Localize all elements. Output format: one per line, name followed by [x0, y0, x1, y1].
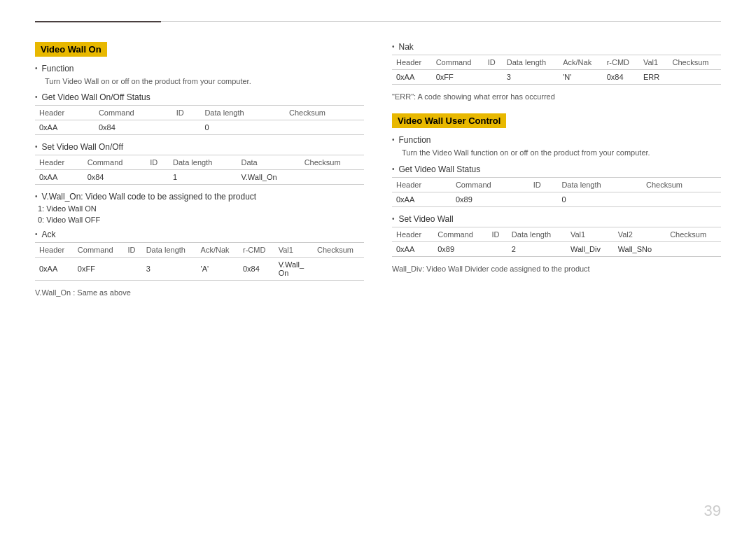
set-table: Header Command ID Data length Data Check…: [35, 155, 364, 185]
th-id: ID: [172, 106, 201, 120]
function-bullet: • Function: [35, 64, 364, 73]
table-row: 0xAA 0x89 2 Wall_Div Wall_SNo: [392, 241, 721, 256]
td-checksum: [666, 241, 721, 256]
td-data-length: 0: [557, 192, 642, 206]
td-id: [146, 170, 169, 185]
td-ack-nak: 'N': [559, 70, 602, 85]
r-function-label: Function: [399, 135, 431, 145]
td-command: 0xFF: [74, 258, 124, 281]
note2: 0: Video Wall OFF: [38, 216, 364, 224]
r-set-bullet: • Set Video Wall: [392, 214, 721, 224]
td-data-length: 3: [503, 70, 559, 85]
function-desc: Turn Video Wall on or off on the product…: [45, 76, 364, 87]
get-status-bullet: • Get Video Wall On/Off Status: [35, 92, 364, 102]
td-val1: Wall_Div: [566, 241, 614, 256]
th-data-length: Data length: [557, 177, 642, 192]
td-r-cmd: 0x84: [239, 258, 274, 281]
note1: 1: Video Wall ON: [38, 204, 364, 213]
th-id: ID: [146, 155, 169, 170]
th-header: Header: [35, 243, 74, 258]
th-val1: Val1: [274, 243, 313, 258]
table-row: 0xAA 0xFF 3 'N' 0x84 ERR: [392, 70, 721, 85]
th-id: ID: [484, 55, 503, 70]
th-ack-nak: Ack/Nak: [197, 243, 239, 258]
th-id: ID: [488, 227, 507, 241]
r-set-label: Set Video Wall: [399, 214, 454, 224]
bullet-dot-r2: •: [392, 136, 395, 143]
vwall-note-bullet: • V.Wall_On: Video Wall code to be assig…: [35, 192, 364, 202]
td-val1: ERR: [639, 70, 668, 85]
nak-bullet: • Nak: [392, 42, 721, 52]
th-id: ID: [529, 177, 558, 192]
th-header: Header: [392, 227, 433, 241]
td-ack-nak: 'A': [197, 258, 239, 281]
th-data-length: Data length: [169, 155, 237, 170]
th-id: ID: [123, 243, 141, 258]
td-header: 0xAA: [392, 241, 433, 256]
th-command: Command: [74, 243, 124, 258]
ack-table: Header Command ID Data length Ack/Nak r-…: [35, 242, 364, 281]
td-command: 0xFF: [432, 70, 484, 85]
wall-div-note: Wall_Div: Video Wall Divider code assign…: [392, 264, 721, 274]
table-row: 0xAA 0x84 0: [35, 120, 364, 135]
bullet-dot-3: •: [35, 143, 38, 150]
table-row: 0xAA 0x89 0: [392, 192, 721, 206]
th-val2: Val2: [614, 227, 666, 241]
td-checksum: [300, 170, 364, 185]
td-id: [529, 192, 558, 206]
table-row: 0xAA 0xFF 3 'A' 0x84 V.Wall_On: [35, 258, 364, 281]
bullet-dot-r1: •: [392, 43, 395, 50]
r-function-bullet: • Function: [392, 135, 721, 145]
ack-label: Ack: [42, 230, 56, 239]
td-command: 0x89: [433, 241, 487, 256]
th-command: Command: [433, 227, 487, 241]
th-header: Header: [35, 155, 83, 170]
nak-label: Nak: [399, 42, 414, 52]
td-command: 0x84: [83, 170, 146, 185]
vwall-note: V.Wall_On: Video Wall code to be assigne…: [42, 192, 257, 202]
th-data-length: Data length: [503, 55, 559, 70]
th-command: Command: [432, 55, 484, 70]
right-section-title: Video Wall User Control: [392, 113, 506, 128]
bullet-dot: •: [35, 64, 38, 72]
td-command: 0x84: [94, 120, 172, 135]
bullet-dot-2: •: [35, 93, 38, 101]
th-checksum: Checksum: [300, 155, 364, 170]
th-val1: Val1: [566, 227, 614, 241]
td-header: 0xAA: [35, 120, 94, 135]
th-header: Header: [392, 55, 432, 70]
th-command: Command: [83, 155, 146, 170]
ack-bullet: • Ack: [35, 230, 364, 239]
r-get-status-bullet: • Get Video Wall Status: [392, 164, 721, 174]
r-get-status-table: Header Command ID Data length Checksum 0…: [392, 177, 721, 207]
td-header: 0xAA: [392, 70, 432, 85]
th-data-length: Data length: [507, 227, 566, 241]
table-row: 0xAA 0x84 1 V.Wall_On: [35, 170, 364, 185]
td-id: [488, 241, 507, 256]
left-column: Video Wall On • Function Turn Video Wall…: [35, 42, 364, 304]
th-checksum: Checksum: [668, 55, 721, 70]
th-command: Command: [451, 177, 529, 192]
th-command: Command: [94, 106, 172, 120]
right-column: • Nak Header Command ID Data length Ack/…: [392, 42, 721, 304]
td-checksum: [642, 192, 721, 206]
th-data: Data: [237, 155, 300, 170]
td-command: 0x89: [451, 192, 529, 206]
th-checksum: Checksum: [285, 106, 364, 120]
td-header: 0xAA: [35, 170, 83, 185]
td-id: [172, 120, 201, 135]
set-label-bullet: • Set Video Wall On/Off: [35, 142, 364, 152]
left-section-title: Video Wall On: [35, 42, 107, 57]
td-checksum: [285, 120, 364, 135]
td-header: 0xAA: [35, 258, 74, 281]
td-header: 0xAA: [392, 192, 451, 206]
th-r-cmd: r-CMD: [239, 243, 274, 258]
vwall-on-note: V.Wall_On : Same as above: [35, 288, 364, 298]
page-number: 39: [704, 502, 721, 520]
bullet-dot-5: •: [35, 230, 38, 238]
th-checksum: Checksum: [666, 227, 721, 241]
td-data: V.Wall_On: [237, 170, 300, 185]
bullet-dot-r4: •: [392, 215, 395, 223]
th-data-length: Data length: [142, 243, 197, 258]
bullet-dot-r3: •: [392, 165, 395, 173]
